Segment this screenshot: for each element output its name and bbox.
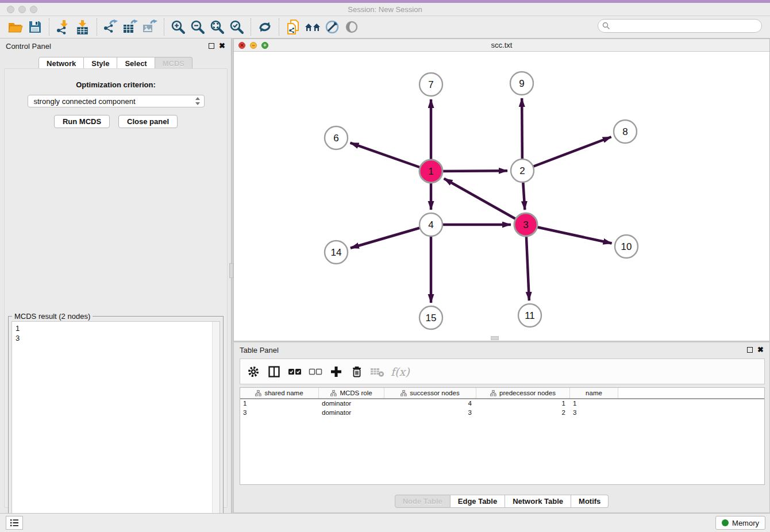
column-header-mcds-role[interactable]: MCDS role (319, 388, 384, 398)
graph-node-4[interactable]: 4 (419, 213, 442, 236)
run-mcds-button[interactable]: Run MCDS (54, 115, 110, 128)
table-toolbar: f(x) (240, 358, 765, 384)
column-type-icon (330, 390, 337, 396)
table-cell[interactable]: 1 (570, 399, 618, 408)
import-table-icon (75, 20, 90, 34)
close-table-panel-icon[interactable]: ✖ (757, 347, 764, 353)
table-cell[interactable]: 1 (240, 399, 319, 408)
toolbar-separator (49, 18, 49, 36)
clone-network-button[interactable] (283, 18, 303, 36)
mcds-result-area[interactable]: 1 3 (11, 321, 220, 530)
table-cell[interactable]: 3 (240, 408, 319, 418)
search-input[interactable] (613, 21, 761, 31)
table-cell[interactable]: dominator (319, 399, 384, 408)
column-header-name[interactable]: name (570, 388, 618, 398)
style-apply-button[interactable] (322, 18, 342, 36)
table-cell[interactable]: 2 (476, 408, 570, 418)
import-table-button[interactable] (73, 18, 93, 36)
zoom-out-icon (190, 20, 205, 34)
delete-column-button[interactable] (348, 363, 365, 380)
control-panel: Control Panel ✖ NetworkStyleSelectMCDS O… (0, 38, 232, 513)
graph-edge-3-10[interactable] (526, 225, 612, 243)
refresh-layout-button[interactable] (255, 18, 275, 36)
graph-node-7[interactable]: 7 (419, 73, 442, 96)
zoom-out-button[interactable] (188, 18, 207, 36)
criterion-dropdown[interactable]: strongly connected component (28, 95, 205, 107)
delete-table-button-disabled (369, 363, 386, 380)
column-header-predecessor-nodes[interactable]: predecessor nodes (476, 388, 570, 398)
column-header-label: shared name (264, 390, 303, 396)
panel-splitter-handle[interactable] (229, 263, 233, 278)
network-canvas[interactable]: 7968124314101511 (234, 52, 769, 341)
table-settings-button[interactable] (245, 363, 262, 380)
graph-edge-3-1[interactable] (444, 179, 526, 225)
table-row[interactable]: 1dominator411 (240, 399, 764, 408)
graph-node-6[interactable]: 6 (325, 126, 348, 149)
graph-node-9[interactable]: 9 (510, 72, 533, 95)
table-row[interactable]: 3dominator323 (240, 408, 764, 418)
graph-node-1[interactable]: 1 (419, 160, 442, 183)
export-table-button[interactable] (121, 18, 140, 36)
export-network-button[interactable] (101, 18, 121, 36)
tab-edge-table[interactable]: Edge Table (451, 495, 505, 508)
graph-node-8[interactable]: 8 (614, 120, 637, 143)
column-header-label: name (586, 390, 602, 396)
export-image-button[interactable] (140, 18, 160, 36)
graph-node-10[interactable]: 10 (615, 235, 638, 258)
float-table-panel-icon[interactable] (747, 347, 753, 353)
ndex-button[interactable] (303, 18, 322, 36)
node-table[interactable]: shared nameMCDS rolesuccessor nodesprede… (240, 387, 765, 485)
graph-edge-1-6[interactable] (351, 143, 431, 171)
open-folder-icon (7, 20, 24, 34)
save-session-button[interactable] (25, 18, 45, 36)
graph-node-label: 10 (621, 241, 632, 252)
close-panel-icon[interactable]: ✖ (219, 43, 225, 49)
open-session-button[interactable] (6, 18, 25, 36)
memory-button[interactable]: Memory (715, 516, 765, 530)
graph-edge-4-14[interactable] (351, 225, 431, 248)
graph-edge-2-8[interactable] (522, 137, 611, 171)
tab-motifs[interactable]: Motifs (571, 495, 609, 508)
create-column-button[interactable] (328, 363, 345, 380)
close-panel-button[interactable]: Close panel (118, 115, 178, 128)
clone-network-icon (286, 19, 301, 35)
tab-node-table[interactable]: Node Table (395, 495, 451, 508)
graph-node-14[interactable]: 14 (325, 241, 348, 264)
task-history-button[interactable] (6, 516, 23, 530)
graph-node-2[interactable]: 2 (511, 159, 534, 182)
column-header-successor-nodes[interactable]: successor nodes (384, 388, 476, 398)
result-scrollbar[interactable] (212, 322, 220, 529)
select-all-button[interactable] (286, 363, 303, 380)
unselect-all-button[interactable] (307, 363, 324, 380)
zoom-selected-button[interactable] (227, 18, 247, 36)
table-cell[interactable]: 4 (384, 399, 476, 408)
graph-node-15[interactable]: 15 (419, 306, 442, 329)
graph-node-label: 6 (333, 133, 338, 144)
eye-icon (345, 20, 359, 34)
column-header-shared-name[interactable]: shared name (240, 388, 319, 398)
graph-node-label: 7 (428, 79, 433, 90)
houses-icon (304, 20, 321, 34)
graph-node-label: 1 (428, 166, 433, 177)
column-header-label: predecessor nodes (499, 390, 556, 396)
table-cell[interactable]: 1 (476, 399, 570, 408)
zoom-in-button[interactable] (168, 18, 188, 36)
toolbar-separator (251, 18, 251, 36)
hide-button[interactable] (342, 18, 361, 36)
table-panel-title: Table Panel (240, 346, 747, 354)
tab-network-table[interactable]: Network Table (505, 495, 571, 508)
network-window-titlebar[interactable]: ✕ − + scc.txt (234, 39, 769, 52)
table-cell[interactable]: 3 (384, 408, 476, 418)
table-cell[interactable]: dominator (319, 408, 384, 418)
zoom-fit-button[interactable] (207, 18, 227, 36)
mcds-result-values: 1 3 (12, 322, 220, 345)
show-column-button[interactable] (265, 363, 283, 380)
graph-node-3[interactable]: 3 (514, 213, 537, 236)
canvas-resize-handle[interactable] (491, 336, 499, 340)
graph-node-11[interactable]: 11 (518, 304, 541, 327)
table-body: 1dominator4113dominator323 (240, 399, 764, 418)
import-network-button[interactable] (53, 18, 73, 36)
status-bar: Memory (0, 513, 770, 532)
float-panel-icon[interactable] (209, 43, 214, 49)
table-cell[interactable]: 3 (570, 408, 618, 418)
